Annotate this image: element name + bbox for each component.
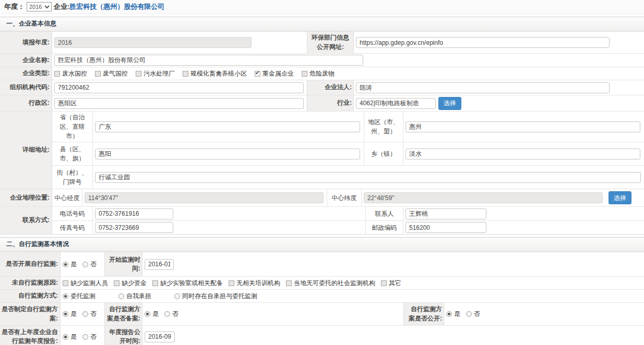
checkbox-option[interactable]: 废气国控 bbox=[95, 69, 128, 78]
option-label: 否 bbox=[172, 310, 178, 318]
option-label: 规模化畜禽养殖小区 bbox=[190, 69, 247, 78]
radio-mark-icon bbox=[466, 311, 472, 317]
town-input[interactable] bbox=[406, 149, 640, 159]
year-label: 年度： bbox=[4, 2, 25, 11]
county-input[interactable] bbox=[95, 149, 360, 159]
company-name-link[interactable]: 胜宏科技（惠州）股份有限公司 bbox=[69, 2, 164, 11]
province-input[interactable] bbox=[95, 121, 360, 132]
radio-mark-icon bbox=[63, 311, 68, 317]
city-cell bbox=[403, 112, 644, 142]
row-annual-report: 是否有上年度企业自行监测年度报告: 是否 年度报告公开时间: bbox=[0, 325, 644, 345]
radio-option[interactable]: 否 bbox=[466, 310, 480, 318]
row-address: 详细地址: 省（自治区、直辖市） 地区（市、州、盟） 县（区、市、旗） 乡（镇） bbox=[0, 111, 644, 189]
radio-option[interactable]: 是 bbox=[446, 310, 460, 318]
address-subtable: 省（自治区、直辖市） 地区（市、州、盟） 县（区、市、旗） 乡（镇） bbox=[52, 112, 644, 189]
radio-option[interactable]: 否 bbox=[82, 310, 97, 318]
option-label: 否 bbox=[474, 310, 480, 318]
radio-mark-icon bbox=[63, 262, 68, 267]
radio-mark-icon bbox=[164, 311, 170, 317]
radio-option[interactable]: 自我承担 bbox=[118, 292, 151, 301]
company-label: 企业: bbox=[54, 2, 69, 11]
address-row-province: 省（自治区、直辖市） 地区（市、州、盟） bbox=[52, 112, 644, 142]
radio-option[interactable]: 是 bbox=[145, 310, 159, 318]
company-name-input[interactable] bbox=[54, 55, 363, 66]
district-label: 行政区: bbox=[0, 95, 52, 111]
checkbox-option[interactable]: 污水处理厂 bbox=[136, 69, 175, 78]
radio-option[interactable]: 否 bbox=[82, 332, 97, 341]
radio-option[interactable]: 否 bbox=[164, 310, 178, 318]
checkbox-option[interactable]: 缺少监测人员 bbox=[63, 279, 108, 288]
start-time-input[interactable] bbox=[145, 259, 174, 270]
checkbox-option[interactable]: 危险废物 bbox=[302, 69, 335, 78]
option-label: 是 bbox=[70, 332, 77, 341]
radio-option[interactable]: 否 bbox=[82, 260, 97, 269]
contact-person-label: 联系人 bbox=[365, 207, 403, 220]
row-district: 行政区: 行业: 选择 bbox=[0, 95, 644, 111]
contact-person-cell bbox=[403, 207, 644, 220]
row-no-monitoring-reason: 未自行监测原因: 缺少监测人员缺少资金缺少实验室或相关配备无相关培训机构当地无可… bbox=[0, 276, 644, 289]
checkbox-option[interactable]: 废水国控 bbox=[54, 69, 87, 78]
latitude-input[interactable] bbox=[364, 192, 603, 203]
checkbox-option[interactable]: 其它 bbox=[381, 279, 401, 288]
report-year-input[interactable] bbox=[54, 37, 252, 48]
district-cell bbox=[52, 95, 307, 111]
report-year-label: 填报年度: bbox=[0, 32, 52, 53]
geo-select-button[interactable]: 选择 bbox=[609, 191, 631, 204]
year-select[interactable]: 2016 bbox=[27, 2, 52, 11]
industry-select-button[interactable]: 选择 bbox=[438, 97, 461, 110]
section-self-monitoring: 二、自行监测基本情况 是否开展自行监测: 是否 开始监测时间: 未自行监测原因:… bbox=[0, 237, 644, 345]
industry-input[interactable] bbox=[356, 98, 436, 109]
checkbox-option[interactable]: 当地无可委托的社会监测机构 bbox=[286, 279, 375, 288]
radio-option[interactable]: 是 bbox=[63, 310, 77, 318]
radio-option[interactable]: 是 bbox=[63, 260, 77, 269]
option-label: 无相关培训机构 bbox=[236, 279, 280, 288]
phone-label: 电话号码 bbox=[52, 207, 93, 220]
option-label: 废水国控 bbox=[62, 69, 87, 78]
row-company-type: 企业类型: 废水国控废气国控污水处理厂规模化畜禽养殖小区重金属企业危险废物 bbox=[0, 67, 644, 80]
no-monitoring-reason-options: 缺少监测人员缺少资金缺少实验室或相关配备无相关培训机构当地无可委托的社会监测机构… bbox=[61, 277, 644, 289]
checkbox-mark-icon bbox=[136, 71, 141, 77]
checkbox-option[interactable]: 缺少实验室或相关配备 bbox=[152, 279, 223, 288]
checkbox-option[interactable]: 无相关培训机构 bbox=[229, 279, 280, 288]
row-self-monitoring: 是否开展自行监测: 是否 开始监测时间: bbox=[0, 252, 644, 276]
fax-input[interactable] bbox=[95, 222, 173, 233]
phone-input[interactable] bbox=[95, 208, 173, 219]
radio-option[interactable]: 委托监测 bbox=[63, 292, 96, 301]
org-code-input[interactable] bbox=[54, 82, 304, 93]
county-cell bbox=[93, 142, 364, 165]
contact-person-input[interactable] bbox=[406, 208, 486, 219]
industry-label: 行业: bbox=[307, 95, 354, 111]
radio-option[interactable]: 是 bbox=[63, 332, 77, 341]
zip-cell bbox=[403, 221, 644, 234]
org-code-cell bbox=[52, 80, 307, 95]
env-url-input[interactable] bbox=[356, 37, 610, 48]
street-input[interactable] bbox=[95, 172, 641, 183]
radio-option[interactable]: 同时存在自承担与委托监测 bbox=[174, 292, 257, 301]
report-public-time-input[interactable] bbox=[145, 331, 175, 342]
row-org-code: 组织机构代码: 企业法人: bbox=[0, 80, 644, 95]
env-url-label: 环保部门信息公开网址: bbox=[307, 32, 354, 53]
checkbox-option[interactable]: 缺少资金 bbox=[114, 279, 147, 288]
checkbox-mark-icon bbox=[255, 71, 260, 77]
option-label: 缺少实验室或相关配备 bbox=[160, 279, 223, 288]
checkbox-option[interactable]: 规模化畜禽养殖小区 bbox=[183, 69, 247, 78]
row-monitoring-plan: 是否制定自行监测方案: 是否 自行监测方案是否备案: 是否 自行监测方案是否公开… bbox=[0, 302, 644, 325]
checkbox-option[interactable]: 重金属企业 bbox=[255, 69, 294, 78]
option-label: 是 bbox=[454, 310, 460, 318]
contact-subtable: 电话号码 联系人 传真号码 邮政编码 bbox=[52, 207, 644, 234]
env-url-cell bbox=[354, 32, 644, 53]
start-time-label: 开始监测时间: bbox=[104, 252, 142, 276]
report-year-cell bbox=[52, 32, 307, 53]
legal-person-input[interactable] bbox=[356, 82, 610, 93]
address-row-county: 县（区、市、旗） 乡（镇） bbox=[52, 142, 644, 165]
row-contact: 联系方式: 电话号码 联系人 传真号码 邮政编码 bbox=[0, 206, 644, 234]
city-input[interactable] bbox=[406, 121, 640, 132]
option-label: 是 bbox=[152, 310, 159, 318]
company-type-label: 企业类型: bbox=[0, 67, 52, 80]
district-input[interactable] bbox=[54, 98, 304, 109]
zip-input[interactable] bbox=[406, 222, 486, 233]
contact-row-phone: 电话号码 联系人 bbox=[52, 207, 644, 220]
row-company-name: 企业名称: bbox=[0, 53, 644, 67]
plan-filed-label: 自行监测方案是否备案: bbox=[104, 303, 142, 325]
longitude-input[interactable] bbox=[85, 192, 324, 203]
